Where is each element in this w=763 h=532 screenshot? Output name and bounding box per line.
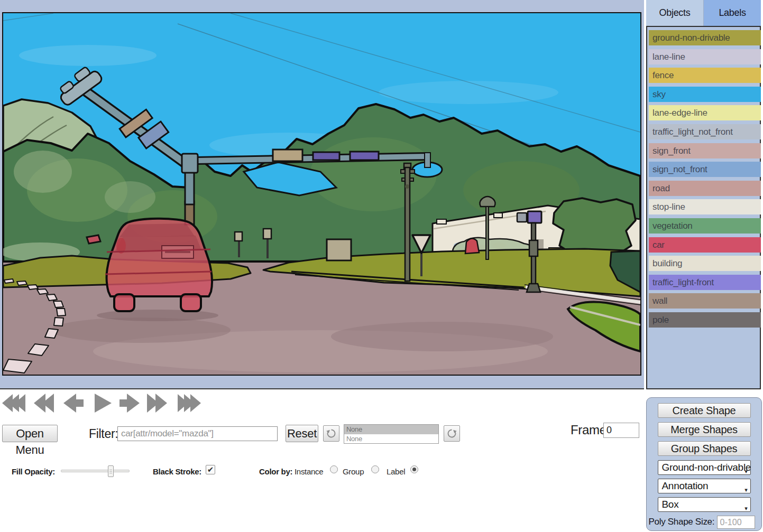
annotation-app: Open Menu Filter: Reset None None Frame …: [0, 0, 763, 532]
play-icon[interactable]: [92, 392, 113, 414]
label-row[interactable]: building: [649, 256, 761, 271]
label-row[interactable]: sign_front: [649, 143, 761, 158]
segmented-scene-image: [3, 13, 640, 375]
open-menu-button[interactable]: Open Menu: [2, 425, 58, 442]
listbox-option[interactable]: None: [344, 425, 438, 434]
label-type-value: Ground-non-drivable: [662, 462, 751, 473]
step-back-icon[interactable]: [62, 392, 86, 414]
shape-type-select[interactable]: Box ▾: [658, 497, 751, 512]
create-shape-button[interactable]: Create Shape: [658, 403, 751, 418]
label-row[interactable]: vegetation: [649, 218, 761, 234]
label-row[interactable]: car: [649, 237, 761, 253]
step-forward-icon[interactable]: [117, 392, 141, 414]
label-row[interactable]: sign_not_front: [649, 162, 761, 177]
color-by-instance-radio[interactable]: [330, 465, 338, 473]
black-stroke-checkbox[interactable]: ✔: [206, 465, 215, 474]
mode-select[interactable]: Annotation ▾: [658, 479, 751, 493]
menu-row: Open Menu Filter: Reset None None Frame: [0, 423, 644, 447]
black-stroke-label: Black Stroke:: [153, 467, 201, 476]
fast-rewind-icon[interactable]: [1, 392, 31, 414]
redo-refresh-button[interactable]: [444, 425, 460, 442]
label-row[interactable]: pole: [649, 312, 761, 328]
color-by-group-radio[interactable]: [371, 465, 379, 473]
fast-forward-icon[interactable]: [173, 392, 203, 414]
label-row[interactable]: road: [649, 181, 761, 196]
forward-icon[interactable]: [144, 392, 169, 414]
merge-shapes-button[interactable]: Merge Shapes: [658, 422, 751, 437]
label-row[interactable]: lane-line: [649, 49, 761, 64]
poly-size-input[interactable]: [717, 516, 755, 529]
label-row[interactable]: lane-edge-line: [649, 105, 761, 120]
mode-value: Annotation: [662, 480, 709, 491]
label-row[interactable]: traffic_light-front: [649, 275, 761, 290]
rotate-ccw-icon: [326, 428, 337, 439]
options-row: Fill Opacity: Black Stroke: ✔ Color by: …: [0, 461, 644, 485]
label-type-select[interactable]: Ground-non-drivable ▾: [658, 460, 751, 475]
poly-size-row: Poly Shape Size:: [649, 516, 760, 529]
label-row[interactable]: traffic_light_not_front: [649, 124, 761, 139]
fill-opacity-label: Fill Opacity:: [12, 467, 55, 476]
label-row[interactable]: fence: [649, 68, 761, 83]
fill-opacity-slider[interactable]: [61, 470, 130, 472]
color-by-label: Color by:: [259, 467, 292, 476]
listbox-option[interactable]: None: [344, 434, 438, 444]
poly-size-label: Poly Shape Size:: [649, 517, 715, 527]
annotation-canvas[interactable]: [2, 12, 641, 376]
labels-panel: ground-non-drivable lane-line fence sky …: [646, 26, 761, 389]
group-shapes-button[interactable]: Group Shapes: [658, 441, 751, 456]
selection-listbox[interactable]: None None: [344, 424, 439, 444]
chevron-down-icon: ▾: [744, 502, 747, 512]
tab-objects[interactable]: Objects: [646, 0, 703, 26]
label-row[interactable]: wall: [649, 293, 761, 309]
rewind-icon[interactable]: [33, 392, 58, 414]
reset-button[interactable]: Reset: [286, 425, 318, 442]
chevron-down-icon: ▾: [744, 465, 747, 475]
canvas-frame: [0, 0, 644, 389]
rotate-cw-icon: [446, 428, 457, 439]
shape-tools-panel: Create Shape Merge Shapes Group Shapes G…: [646, 397, 762, 531]
color-by-label-radio[interactable]: [410, 465, 418, 473]
playback-bar: [0, 391, 644, 416]
frame-label: Frame: [571, 423, 606, 437]
color-by-instance-label: Instance: [295, 467, 323, 476]
color-by-group-label: Group: [343, 467, 364, 476]
sidebar-tabs: Objects Labels: [646, 0, 761, 26]
label-row[interactable]: ground-non-drivable: [649, 30, 761, 45]
label-row[interactable]: stop-line: [649, 199, 761, 214]
filter-input[interactable]: [117, 426, 278, 441]
undo-refresh-button[interactable]: [323, 425, 339, 442]
chevron-down-icon: ▾: [744, 483, 747, 493]
tab-labels[interactable]: Labels: [703, 0, 761, 26]
filter-label: Filter:: [89, 427, 118, 441]
frame-input[interactable]: [603, 423, 639, 438]
shape-type-value: Box: [662, 499, 679, 510]
color-by-label-label: Label: [387, 467, 405, 476]
fill-opacity-thumb[interactable]: [108, 465, 114, 477]
label-row[interactable]: sky: [649, 87, 761, 102]
